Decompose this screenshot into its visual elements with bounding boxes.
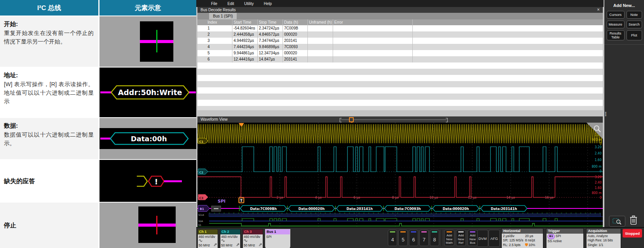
bd-cell-5-1: 12.44416µs xyxy=(232,56,258,62)
bandwidth-icon xyxy=(236,243,239,247)
acquisition-panel[interactable]: Acquisition Auto, Analyze High Res: 16 b… xyxy=(586,228,621,248)
add-new-bus-button[interactable]: Add New Bus xyxy=(468,230,478,246)
waveform-window: Waveform View 3.682.761.84920 m03.202.40… xyxy=(197,116,603,227)
trigger-bus-type: SPI xyxy=(556,234,561,238)
menu-item-utility[interactable]: Utility xyxy=(244,2,253,6)
add-new-note-button[interactable]: Note xyxy=(627,11,642,19)
bd-cell-0-1: -54.82604ns xyxy=(232,25,258,31)
ch2-waveform xyxy=(197,147,603,172)
channel-badge-bus1[interactable]: Bus 1SPI xyxy=(265,229,290,247)
bd-cell-3-5 xyxy=(333,44,413,50)
channel-badge-ch2[interactable]: Ch 2460 mV/div50 MHz xyxy=(220,229,241,247)
bus-decode-rows[interactable]: 1-54.82604ns2.347242µs7C009B22.444358µs4… xyxy=(197,25,603,110)
add-button-color-bar xyxy=(447,231,452,232)
column-header-0[interactable]: Index xyxy=(206,19,232,25)
channel-button-6[interactable]: 6 xyxy=(409,230,418,246)
dvm-button[interactable]: DVM xyxy=(477,230,488,247)
data-capsule-graphic: Data:00h xyxy=(99,128,196,149)
add-button-color-bar xyxy=(458,231,464,232)
sample-rate: SR: 125 MS/s xyxy=(503,238,525,243)
close-icon[interactable]: × xyxy=(597,7,600,13)
channel-badge-ch3[interactable]: Ch 3460 mV/div50 MHz xyxy=(243,229,263,247)
add-new-measure-button[interactable]: Measure xyxy=(607,21,625,28)
ch1-waveform xyxy=(197,124,603,143)
svg-text:800 m: 800 m xyxy=(592,191,602,195)
doc-row-stop-title: 停止 xyxy=(4,222,16,230)
column-header-1[interactable]: Start Time xyxy=(232,19,258,25)
hscale: 2 µs/div xyxy=(503,234,525,238)
channel-button-5[interactable]: 5 xyxy=(398,230,408,246)
add-new-search-button[interactable]: Search xyxy=(627,21,642,28)
table-row[interactable]: 59.944861µs12.34734µs000020 xyxy=(197,50,603,56)
bd-cell-3-1: 7.444234µs xyxy=(232,44,258,50)
bd-cell-5-0: 6 xyxy=(206,56,232,62)
panel-drag-handle-icon[interactable]: ●●● xyxy=(605,112,606,116)
column-header-5[interactable]: Error xyxy=(333,19,413,25)
column-header-4[interactable]: Unframed (h) xyxy=(308,19,333,25)
data-capsule-label: Data:00h xyxy=(131,135,167,143)
doc-row-address-desc: [W] 表示写操作，[R] 表示读操作。地址值可以以十六进制或二进制显示 xyxy=(4,80,94,106)
bd-cell-2-2: 7.347442µs xyxy=(258,38,283,44)
horizontal-title: Horizontal xyxy=(502,229,543,234)
add-new-ref-button[interactable]: Add New Ref xyxy=(456,230,466,246)
i2c-doc-table: I²C 总线 元素示意 开始: 重复开始发生在没有前一个停止的情况下显示另一个开… xyxy=(0,0,196,248)
trigger-panel[interactable]: Trigger B1 SPI SS Active xyxy=(546,228,584,248)
svg-text:3.20: 3.20 xyxy=(595,175,602,179)
menu-item-help[interactable]: Help xyxy=(264,2,272,6)
trigger-position-marker-icon[interactable] xyxy=(349,117,354,122)
column-header-3[interactable]: Data (h) xyxy=(283,19,308,25)
svg-text:14 µs: 14 µs xyxy=(506,196,515,199)
channel-button-7[interactable]: 7 xyxy=(419,230,429,246)
table-row[interactable]: 1-54.82604ns2.347242µs7C009B xyxy=(197,25,603,31)
table-row[interactable]: 34.944922µs7.347442µs203141 xyxy=(197,38,603,44)
doc-illustration-address: Addr:50h:Write xyxy=(99,68,196,117)
add-new-cursors-button[interactable]: Cursors xyxy=(607,11,625,19)
svg-text:Data:203141h: Data:203141h xyxy=(491,207,517,211)
waveform-plot[interactable]: 3.682.761.84920 m03.202.401.60800 m03.20… xyxy=(197,123,603,227)
menu-item-edit[interactable]: Edit xyxy=(227,2,234,6)
svg-text:SS: SS xyxy=(198,224,201,226)
zoom-select-button[interactable] xyxy=(609,216,625,227)
table-row[interactable]: 47.444234µs9.846898µs7C0093 xyxy=(197,44,603,50)
svg-text:0: 0 xyxy=(600,170,602,173)
svg-text:4 µs: 4 µs xyxy=(315,196,322,199)
tab-bus1-spi[interactable]: Bus 1 (SPI) xyxy=(209,13,237,19)
channel-color-bar xyxy=(390,231,395,232)
table-row[interactable]: 612.44416µs14.847µs203141 xyxy=(197,56,603,62)
channel-bandwidth: 50 MHz xyxy=(244,243,255,248)
svg-text:Data:7C0093h: Data:7C0093h xyxy=(394,207,421,211)
column-header-2[interactable]: Stop Time xyxy=(258,19,283,25)
trash-button[interactable] xyxy=(628,214,639,226)
add-new-plot-button[interactable]: Plot xyxy=(627,30,642,40)
svg-text:1.60: 1.60 xyxy=(595,186,602,190)
channel-badge-header: Bus 1 xyxy=(265,229,290,234)
channel-badge-header: Ch 2 xyxy=(220,229,240,234)
bd-cell-4-4 xyxy=(308,50,333,56)
scope-app: FileEditUtilityHelp Bus Decode Results ×… xyxy=(196,0,644,248)
channel-badge-body: 460 mV/div50 MHz xyxy=(198,234,218,248)
add-new-math-button[interactable]: Add New Math xyxy=(444,230,454,246)
add-new-results-table-button[interactable]: Results Table xyxy=(607,30,625,40)
bd-cell-spacer xyxy=(197,50,206,56)
doc-illustration-stop xyxy=(99,203,196,248)
channel-badge-header: Ch 1 xyxy=(198,229,218,234)
trigger-position-value: 10% xyxy=(525,243,542,247)
waveform-titlebar[interactable]: Waveform View xyxy=(197,116,603,123)
horizontal-panel[interactable]: Horizontal 2 µs/div20 µs SR: 125 MS/s8 n… xyxy=(501,228,543,248)
stop-marker-box xyxy=(138,206,176,243)
bd-cell-0-3: 7C009B xyxy=(283,25,308,31)
ac-coupling-icon xyxy=(199,239,202,243)
bus-decode-titlebar[interactable]: Bus Decode Results × xyxy=(197,7,603,13)
menu-item-file[interactable]: File xyxy=(211,2,217,6)
channel-button-8[interactable]: 8 xyxy=(430,230,439,246)
bd-cell-4-0: 5 xyxy=(206,50,232,56)
svg-text:12 µs: 12 µs xyxy=(468,196,476,199)
pan-slider-track[interactable] xyxy=(340,120,447,120)
channel-badge-ch1[interactable]: Ch 1460 mV/div50 MHz xyxy=(197,229,218,247)
stopped-button[interactable]: Stopped xyxy=(623,229,642,238)
svg-text:6 µs: 6 µs xyxy=(354,196,360,199)
table-row[interactable]: 22.444358µs4.846572µs000020 xyxy=(197,31,603,38)
channel-button-4[interactable]: 4 xyxy=(388,230,397,246)
afg-button[interactable]: AFG xyxy=(489,230,500,247)
bd-cell-spacer xyxy=(197,56,206,62)
